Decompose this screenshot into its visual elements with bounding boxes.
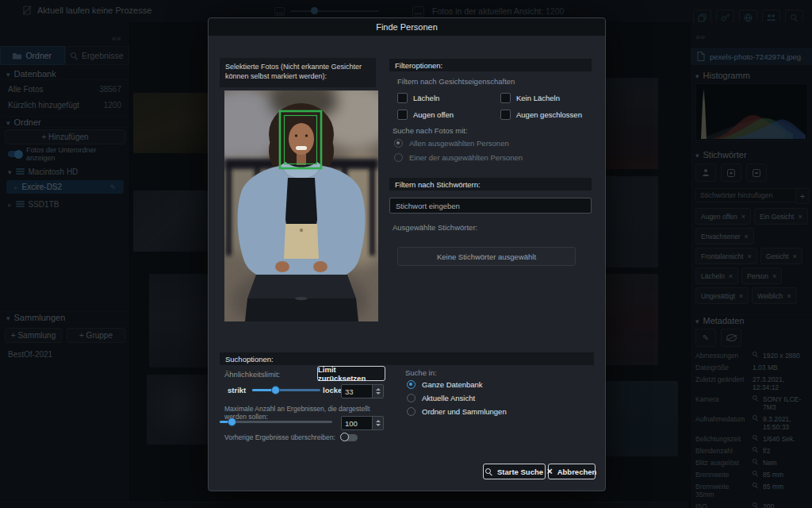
selected-photos-label: Selektierte Fotos (Nicht erkannte Gesich… [220, 58, 376, 87]
similarity-slider-thumb[interactable] [271, 386, 280, 394]
radio-one-person: Einer der ausgewählten Personen [394, 153, 523, 162]
checkbox-augen-offen[interactable]: Augen offen [397, 110, 454, 120]
dialog-title-bar: Finde Personen [209, 18, 605, 36]
no-keywords-label: Keine Stichwörter ausgewählt [437, 252, 536, 261]
face-attributes-subheader: Filtern nach Gesichtseigenschaften [397, 77, 515, 86]
radio-label: Einer der ausgewählten Personen [409, 153, 523, 162]
radio-ganze-datenbank[interactable]: Ganze Datenbank [407, 380, 483, 389]
radio-ordner-sammlungen[interactable]: Ordner und Sammlungen [407, 407, 507, 416]
search-icon [485, 468, 492, 475]
search-options-header: Suchoptionen: [220, 352, 594, 365]
checkbox-label: Augen geschlossen [516, 110, 582, 119]
max-results-value-field[interactable] [342, 417, 372, 429]
reset-limit-label: Limit zurücksetzen [318, 365, 385, 383]
checkbox-laecheln[interactable]: Lächeln [397, 93, 439, 103]
search-with-label: Suche nach Fotos mit: [393, 126, 468, 135]
selected-photos-label-text: Selektierte Fotos (Nicht erkannte Gesich… [225, 63, 362, 80]
checkbox-label: Augen offen [413, 110, 454, 119]
search-with-label-text: Suche nach Fotos mit: [393, 126, 468, 135]
find-people-dialog: Finde Personen Selektierte Fotos (Nicht … [208, 17, 606, 491]
radio-label: Ganze Datenbank [422, 380, 483, 389]
radio-icon [394, 153, 403, 162]
radio-aktuelle-ansicht[interactable]: Aktuelle Ansicht [407, 394, 475, 402]
overwrite-label: Vorherige Ergebnisse überschreiben: [224, 433, 335, 441]
search-options-header-label: Suchoptionen: [225, 355, 274, 364]
radio-label: Allen ausgewählten Personen [409, 139, 509, 148]
similarity-label-text: Ähnlichkeitslimit: [224, 370, 280, 379]
close-icon: × [547, 467, 553, 476]
checkbox-label: Lächeln [413, 94, 439, 102]
selected-keywords-label: Ausgewählte Stichwörter: [393, 223, 477, 232]
overwrite-row: Vorherige Ergebnisse überschreiben: [224, 433, 358, 441]
similarity-label: Ähnlichkeitslimit: [224, 370, 280, 379]
radio-icon[interactable] [407, 394, 416, 402]
similarity-value-field[interactable] [342, 385, 372, 398]
no-keywords-button[interactable]: Keine Stichwörter ausgewählt [397, 247, 576, 266]
dialog-title: Finde Personen [376, 22, 438, 32]
search-in-label-text: Suche in: [405, 368, 437, 377]
checkbox-kein-laecheln[interactable]: Kein Lächeln [500, 93, 560, 103]
similarity-value-input[interactable] [341, 384, 384, 398]
radio-label: Aktuelle Ansicht [422, 394, 475, 402]
max-results-value-input[interactable] [341, 416, 384, 430]
keyword-search-input[interactable] [389, 198, 592, 214]
strict-label-text: strikt [228, 386, 246, 394]
filter-options-header: Filteroptionen: [389, 59, 592, 71]
keyword-filter-header: Filtern nach Stichwörtern: [389, 178, 592, 190]
checkbox-icon[interactable] [500, 93, 511, 103]
radio-selected-icon[interactable] [407, 380, 416, 389]
cancel-button[interactable]: × Abbrechen [548, 464, 596, 479]
selected-photo[interactable] [224, 90, 378, 321]
max-results-slider[interactable] [220, 421, 332, 423]
app-window: Aktuell laufen keine Prozesse Fotos in d… [0, 0, 812, 508]
checkbox-augen-geschlossen[interactable]: Augen geschlossen [500, 110, 582, 120]
max-results-stepper[interactable] [372, 417, 383, 429]
start-search-button[interactable]: Starte Suche [483, 464, 546, 479]
photo-image [224, 90, 378, 321]
radio-icon [394, 139, 403, 148]
radio-label: Ordner und Sammlungen [422, 407, 507, 416]
checkbox-icon[interactable] [500, 110, 511, 120]
face-attributes-subheader-text: Filtern nach Gesichtseigenschaften [397, 77, 515, 86]
selected-keywords-label-text: Ausgewählte Stichwörter: [393, 223, 477, 232]
start-search-label: Starte Suche [497, 468, 543, 476]
checkbox-icon[interactable] [397, 93, 408, 103]
overwrite-toggle[interactable] [342, 434, 358, 441]
max-results-slider-thumb[interactable] [228, 418, 236, 426]
filter-options-header-label: Filteroptionen: [395, 61, 442, 70]
checkbox-icon[interactable] [397, 110, 408, 120]
radio-all-persons: Allen ausgewählten Personen [394, 139, 509, 148]
similarity-stepper[interactable] [372, 385, 383, 398]
search-in-label: Suche in: [405, 368, 437, 377]
reset-limit-button[interactable]: Limit zurücksetzen [317, 366, 385, 381]
checkbox-label: Kein Lächeln [516, 94, 560, 102]
similarity-slider[interactable] [252, 389, 320, 391]
cancel-label: Abbrechen [557, 468, 597, 476]
radio-icon[interactable] [407, 407, 416, 416]
strict-label: strikt [228, 386, 246, 394]
keyword-filter-header-label: Filtern nach Stichwörtern: [395, 180, 481, 189]
